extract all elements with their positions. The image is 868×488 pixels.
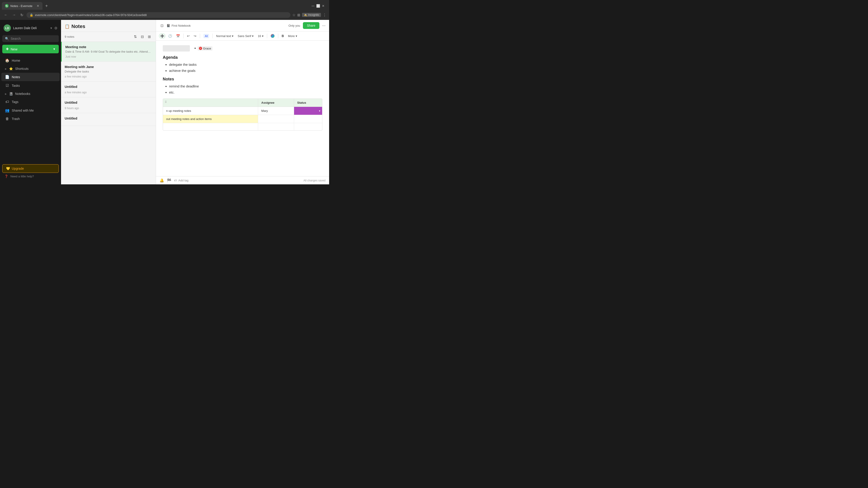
- chevron-icon: ▾: [252, 34, 254, 38]
- expand-arrow-icon: ▶: [5, 68, 7, 70]
- sidebar-item-notebooks[interactable]: ▶ 📓 Notebooks: [1, 90, 60, 98]
- more-options-button[interactable]: ···: [322, 23, 326, 28]
- notes-toolbar: 9 notes ⇅ ⊟ ⊞: [61, 32, 156, 42]
- note-item[interactable]: Untitled: [61, 113, 156, 126]
- sidebar: LD Lauren Dale Deli ▾ ⚙ 🔍 Search ✚ New ▾…: [0, 20, 61, 184]
- tab-close-button[interactable]: ✕: [37, 4, 39, 8]
- note-preview: Delegate the tasks: [65, 70, 152, 74]
- minimize-button[interactable]: ─: [311, 4, 314, 8]
- search-label: Search: [11, 37, 21, 40]
- note-item[interactable]: Meeting note Date & Time 8 AM- 9 AM Goal…: [61, 42, 156, 62]
- sidebar-item-label: Trash: [12, 117, 20, 121]
- reload-button[interactable]: ↻: [19, 12, 25, 18]
- task-footer-icon[interactable]: 🏁: [167, 178, 171, 183]
- new-tab-button[interactable]: +: [43, 3, 50, 8]
- help-item[interactable]: ❓ Need a little help?: [2, 173, 59, 180]
- view-toggle-button[interactable]: ⊞: [147, 34, 152, 40]
- note-item[interactable]: Meeting with Jane Delegate the tasks a f…: [61, 62, 156, 82]
- redo-button[interactable]: ↪: [192, 33, 198, 39]
- task-cell-highlighted[interactable]: out meeting notes and action items: [163, 115, 258, 123]
- calendar-button[interactable]: 📅: [175, 33, 182, 39]
- upgrade-label: Upgrade: [12, 167, 24, 170]
- sidebar-item-shared[interactable]: 👥 Shared with Me: [1, 106, 60, 115]
- new-button[interactable]: ✚ New ▾: [2, 45, 59, 53]
- add-content-button[interactable]: ➕: [159, 33, 166, 39]
- restore-button[interactable]: ⬜: [316, 4, 320, 8]
- status-cell[interactable]: [294, 115, 322, 123]
- color-picker-button[interactable]: [269, 33, 276, 39]
- empty-cell[interactable]: [163, 123, 258, 130]
- status-dropdown-icon[interactable]: ▾: [319, 109, 320, 112]
- sidebar-item-label: Shared with Me: [12, 109, 34, 112]
- new-button-left: ✚ New: [6, 47, 18, 51]
- shortcuts-icon: ⭐: [9, 67, 13, 70]
- table-header-assignee: Assignee: [258, 99, 294, 107]
- text-style-select[interactable]: Normal text ▾: [215, 33, 235, 39]
- remove-attendee-icon[interactable]: ✕: [199, 47, 202, 50]
- sidebar-item-shortcuts[interactable]: ▶ ⭐ Shortcuts: [1, 65, 60, 72]
- collapse-panel-button[interactable]: ⊡: [160, 23, 164, 29]
- assignee-cell[interactable]: [258, 115, 294, 123]
- note-item[interactable]: Untitled 9 hours ago: [61, 97, 156, 113]
- note-item[interactable]: Untitled a few minutes ago: [61, 82, 156, 97]
- settings-gear-icon[interactable]: ⚙: [54, 26, 57, 30]
- help-icon: ❓: [4, 175, 8, 178]
- menu-icon[interactable]: ⋮: [323, 13, 327, 17]
- table-row: out meeting notes and action items: [163, 115, 322, 123]
- sidebar-item-label: Tags: [12, 100, 19, 104]
- status-cell[interactable]: ▾: [294, 107, 322, 115]
- tab-bar: 🐘 Notes - Evernote ✕ + ─ ⬜ ✕: [0, 0, 329, 10]
- add-tag-area[interactable]: 🏷 Add tag: [174, 179, 188, 182]
- font-family-label: Sans Serif: [238, 34, 251, 38]
- undo-button[interactable]: ↩: [185, 33, 191, 39]
- sidebar-item-trash[interactable]: 🗑 Trash: [1, 115, 60, 123]
- user-profile[interactable]: LD Lauren Dale Deli ▾ ⚙: [0, 23, 61, 34]
- active-tab[interactable]: 🐘 Notes - Evernote ✕: [2, 2, 42, 10]
- sidebar-item-notes[interactable]: 📄 Notes: [1, 73, 60, 81]
- assignee-cell[interactable]: Mary: [258, 107, 294, 115]
- sidebar-item-home[interactable]: 🏠 Home: [1, 56, 60, 65]
- chevron-icon: ▾: [296, 34, 297, 38]
- sidebar-item-tags[interactable]: 🏷 Tags: [1, 98, 60, 106]
- notes-panel-title: Notes: [71, 24, 85, 29]
- table-header-task: [163, 99, 258, 107]
- task-cell[interactable]: n up meeting notes: [163, 107, 258, 115]
- extension-icon[interactable]: ⊞: [297, 13, 300, 17]
- address-bar[interactable]: 🔒 evernote.com/client/web?login=true#/no…: [26, 12, 290, 18]
- bookmark-icon[interactable]: ☆: [292, 13, 296, 17]
- empty-cell[interactable]: [258, 123, 294, 130]
- close-button[interactable]: ✕: [322, 4, 324, 8]
- bold-button[interactable]: B: [280, 33, 285, 39]
- more-options-select[interactable]: More ▾: [286, 33, 299, 39]
- notes-list: Meeting note Date & Time 8 AM- 9 AM Goal…: [61, 42, 156, 184]
- notes-title-area: 📋 Notes: [65, 24, 85, 29]
- empty-cell[interactable]: [294, 123, 322, 130]
- forward-button[interactable]: →: [11, 12, 17, 18]
- editor-panel: ⊡ 📓 First Notebook Only you Share ··· ➕ …: [156, 20, 329, 184]
- notebook-name[interactable]: First Notebook: [172, 24, 191, 27]
- attendee-name: Grace: [203, 47, 211, 50]
- back-button[interactable]: ←: [3, 12, 9, 18]
- font-family-select[interactable]: Sans Serif ▾: [236, 33, 255, 39]
- font-size-label: 16: [258, 34, 261, 38]
- font-size-select[interactable]: 16 ▾: [256, 33, 265, 39]
- upgrade-button[interactable]: 💛 Upgrade: [2, 164, 59, 173]
- ai-button[interactable]: AI: [202, 33, 211, 39]
- filter-button[interactable]: ⊟: [140, 34, 145, 40]
- search-bar[interactable]: 🔍 Search: [2, 35, 59, 42]
- sidebar-item-tasks[interactable]: ☑ Tasks: [1, 81, 60, 90]
- reminder-footer-icon[interactable]: 🔔: [160, 178, 164, 183]
- editor-content[interactable]: • ✕ Grace Agenda delegate the tasks achi…: [156, 41, 329, 176]
- incognito-badge: 🕵 Incognito: [302, 13, 321, 17]
- tab-favicon: 🐘: [5, 4, 8, 8]
- note-time: Just now: [65, 55, 152, 58]
- note-time: 9 hours ago: [65, 107, 152, 110]
- reminder-button[interactable]: 🕐: [166, 33, 174, 39]
- notes-panel: 📋 Notes 9 notes ⇅ ⊟ ⊞ Meeting note Date …: [61, 20, 156, 184]
- tag-icon: 🏷: [174, 179, 177, 182]
- nav-icons: ☆ ⊞ 🕵 Incognito ⋮: [292, 13, 327, 17]
- editor-topbar: ⊡ 📓 First Notebook Only you Share ···: [156, 20, 329, 31]
- share-button[interactable]: Share: [303, 22, 319, 29]
- table-drag-handle[interactable]: ⠿: [165, 101, 167, 104]
- sort-button[interactable]: ⇅: [132, 34, 138, 40]
